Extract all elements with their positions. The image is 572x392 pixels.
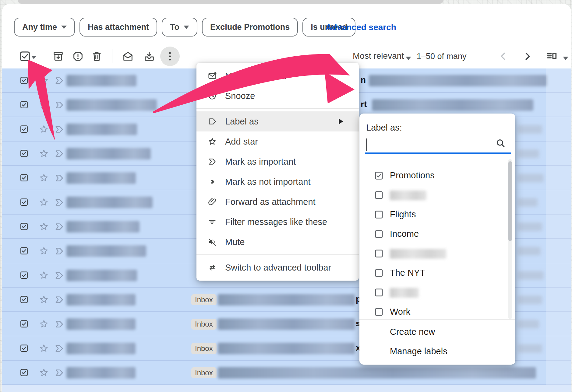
blurred-snippet — [372, 99, 533, 111]
star-icon[interactable] — [38, 148, 49, 159]
blurred-snippet-edge — [518, 222, 542, 231]
split-pane-caret-icon[interactable] — [563, 56, 568, 61]
menu-item-add-star[interactable]: Add star — [196, 131, 359, 152]
row-checkbox[interactable] — [19, 222, 29, 231]
menu-item-mark-as-unread[interactable]: Mark as unread — [196, 66, 359, 86]
menu-item-label: Snooze — [225, 91, 255, 101]
blurred-sender — [66, 75, 136, 86]
create-new-label-button[interactable]: Create new — [390, 327, 435, 337]
importance-marker-icon[interactable] — [54, 148, 65, 159]
label-checkbox[interactable] — [374, 307, 384, 317]
row-checkbox[interactable] — [19, 246, 29, 255]
report-spam-icon[interactable] — [72, 50, 84, 62]
filter-chip-label: Any time — [22, 23, 57, 32]
row-checkbox[interactable] — [19, 319, 29, 328]
submenu-arrow-icon — [339, 118, 343, 124]
label-option-promotions[interactable]: Promotions — [359, 166, 507, 185]
label-checkbox[interactable] — [374, 268, 384, 278]
star-icon[interactable] — [38, 367, 49, 378]
star-icon[interactable] — [38, 221, 49, 232]
blurred-subject — [218, 318, 355, 330]
importance-marker-icon[interactable] — [54, 343, 65, 354]
menu-item-switch-to-advanced-toolbar[interactable]: Switch to advanced toolbar — [196, 257, 359, 278]
label-checkbox[interactable] — [374, 190, 384, 200]
label-option-the-nyt[interactable]: The NYT — [359, 264, 507, 282]
label-checkbox[interactable] — [374, 210, 384, 219]
advanced-search-link[interactable]: Advanced search — [326, 23, 396, 32]
row-checkbox[interactable] — [19, 173, 29, 182]
star-icon[interactable] — [38, 124, 49, 135]
importance-marker-icon[interactable] — [54, 124, 65, 135]
row-checkbox[interactable] — [19, 149, 29, 158]
menu-divider — [196, 108, 359, 109]
menu-item-forward-as-attachment[interactable]: Forward as attachment — [196, 192, 359, 212]
menu-item-snooze[interactable]: Snooze — [196, 86, 359, 106]
more-options-icon[interactable] — [160, 47, 180, 66]
row-checkbox[interactable] — [19, 295, 29, 304]
menu-item-mark-as-not-important[interactable]: Mark as not important — [196, 172, 359, 192]
label-option-blurred[interactable] — [359, 283, 507, 302]
star-icon[interactable] — [38, 172, 49, 183]
blurred-sender — [66, 172, 136, 184]
star-icon[interactable] — [38, 245, 49, 256]
label-search-input[interactable] — [365, 152, 511, 154]
label-checkbox[interactable] — [374, 249, 384, 258]
select-dropdown-caret-icon[interactable] — [31, 55, 37, 60]
label-option-blurred[interactable] — [359, 186, 507, 204]
label-option-blurred[interactable] — [359, 244, 507, 263]
importance-marker-icon[interactable] — [54, 294, 65, 306]
move-to-icon[interactable] — [143, 50, 155, 62]
importance-marker-icon[interactable] — [54, 270, 65, 281]
label-checkbox[interactable] — [374, 171, 384, 180]
archive-icon[interactable] — [52, 50, 64, 62]
older-page-icon[interactable] — [521, 50, 534, 62]
row-checkbox[interactable] — [19, 100, 29, 109]
importance-marker-icon[interactable] — [54, 172, 65, 184]
importance-marker-icon[interactable] — [54, 318, 65, 330]
split-pane-icon[interactable] — [545, 50, 559, 62]
star-icon[interactable] — [38, 99, 49, 110]
manage-labels-button[interactable]: Manage labels — [390, 346, 447, 356]
filter-chip-has-attachment[interactable]: Has attachment — [79, 18, 157, 37]
filter-chip-exclude-promotions[interactable]: Exclude Promotions — [202, 18, 298, 37]
sort-caret-icon[interactable] — [406, 56, 411, 61]
star-icon[interactable] — [38, 270, 49, 281]
filter-chip-any-time[interactable]: Any time — [14, 18, 75, 37]
label-name: The NYT — [390, 268, 425, 278]
star-icon[interactable] — [38, 197, 49, 208]
filter-chip-to[interactable]: To — [162, 18, 197, 37]
sort-dropdown[interactable]: Most relevant — [353, 51, 404, 61]
label-option-work[interactable]: Work — [359, 303, 507, 321]
importance-marker-icon[interactable] — [54, 221, 65, 233]
star-icon[interactable] — [38, 343, 49, 354]
label-option-flights[interactable]: Flights — [359, 205, 507, 224]
select-all-checkbox[interactable] — [19, 50, 31, 62]
row-checkbox[interactable] — [19, 124, 29, 134]
row-checkbox[interactable] — [19, 368, 29, 377]
star-icon[interactable] — [38, 318, 49, 329]
importance-marker-icon[interactable] — [54, 75, 65, 86]
menu-item-mark-as-important[interactable]: Mark as important — [196, 152, 359, 172]
label-checkbox[interactable] — [374, 288, 384, 297]
label-checkbox[interactable] — [374, 229, 384, 239]
popup-scrollbar-thumb[interactable] — [508, 161, 512, 241]
importance-marker-icon[interactable] — [54, 245, 65, 257]
label-option-income[interactable]: Income — [359, 225, 507, 243]
row-checkbox[interactable] — [19, 344, 29, 353]
delete-icon[interactable] — [91, 50, 103, 62]
newer-page-icon[interactable] — [497, 50, 509, 62]
menu-item-filter-messages-like-these[interactable]: Filter messages like these — [196, 212, 359, 232]
mark-as-read-icon[interactable] — [122, 50, 134, 62]
blurred-subject — [218, 343, 355, 354]
star-icon[interactable] — [38, 75, 49, 86]
importance-marker-icon[interactable] — [54, 99, 65, 111]
row-checkbox[interactable] — [19, 271, 29, 280]
menu-item-mute[interactable]: Mute — [196, 232, 359, 252]
importance-marker-icon[interactable] — [54, 367, 65, 379]
importance-marker-icon[interactable] — [54, 197, 65, 208]
menu-item-label-as[interactable]: Label as — [196, 111, 359, 131]
row-checkbox[interactable] — [19, 76, 29, 85]
star-icon[interactable] — [38, 294, 49, 305]
blurred-snippet-edge — [518, 344, 542, 353]
row-checkbox[interactable] — [19, 198, 29, 207]
